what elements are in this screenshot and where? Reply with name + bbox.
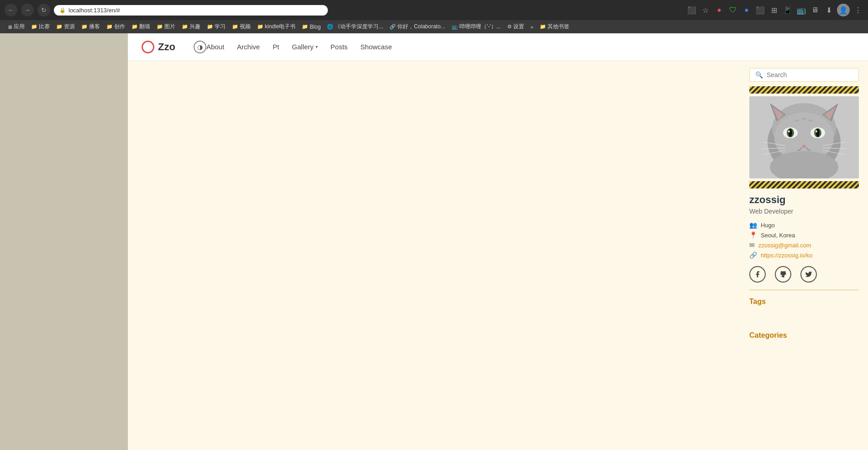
github-button[interactable] [775,266,791,283]
bookmark-study[interactable]: 📁 学习 [204,22,228,31]
bookmark-deeplearning[interactable]: 🌐 《动手学深度学习... [324,22,386,31]
categories-section-title: Categories [749,331,859,340]
bookmark-podcast[interactable]: 📁 播客 [79,22,103,31]
nav-pt[interactable]: Pt [273,43,279,51]
right-sidebar: 🔍 [740,61,868,450]
bookmark-label: 比赛 [39,23,50,31]
chevron-right-icon: » [531,24,533,30]
link-icon: 🔗 [389,24,396,30]
site-header: Zzo ◑ About Archive Pt Gallery ▾ Posts S… [128,33,868,61]
bookmark-label: 学习 [215,23,226,31]
green-phone-icon[interactable]: 📱 [782,5,793,16]
svg-point-13 [816,129,820,137]
address-bar[interactable]: 🔒 localhost:1313/en/# [54,5,328,16]
web-icon: 🌐 [327,24,333,30]
theme-toggle-button[interactable]: ◑ [194,41,206,53]
profile-job-title: Web Developer [749,208,859,215]
bookmark-video[interactable]: 📁 视频 [229,22,253,31]
bookmark-apps[interactable]: 🖥 应用 [5,22,27,31]
bookmark-label: 资源 [64,23,75,31]
nav-posts[interactable]: Posts [331,43,348,51]
download-icon[interactable]: ⬇ [823,5,834,16]
bookmark-blog[interactable]: 📁 Blog [299,23,323,31]
search-input[interactable] [767,71,853,78]
bookmark-settings[interactable]: ⚙ 设置 [505,22,527,31]
site-logo[interactable]: Zzo [142,41,175,53]
site-nav: About Archive Pt Gallery ▾ Posts Showcas… [206,43,854,51]
bookmark-interests[interactable]: 📁 兴趣 [179,22,203,31]
translate-icon[interactable]: ⬛ [686,5,697,16]
nav-showcase[interactable]: Showcase [360,43,392,51]
bookmark-label: 哔哩哔哩（'-'）... [459,23,501,31]
folder-icon: 📁 [81,24,88,30]
svg-point-12 [789,129,792,137]
bookmark-label: 应用 [14,23,25,31]
nav-gallery[interactable]: Gallery ▾ [292,43,318,51]
website-link[interactable]: https://zzossig.io/ko [761,252,812,259]
search-box[interactable]: 🔍 [749,68,859,82]
logo-ring-icon [142,41,154,53]
profile-location: 📍 Seoul, Korea [749,231,859,239]
bookmark-label: 翻墙 [139,23,150,31]
folder-icon: 📁 [106,24,113,30]
bookmark-label: 你好，Colaborato... [397,23,445,31]
grid-icon[interactable]: ⊞ [768,5,779,16]
bookmark-label: 视频 [240,23,251,31]
profile-avatar[interactable]: 👤 [837,4,850,16]
email-link[interactable]: zzossig@gmail.com [758,242,811,249]
bookmark-other[interactable]: 📁 其他书签 [537,22,572,31]
nav-about[interactable]: About [206,43,224,51]
bookmark-contest[interactable]: 📁 比赛 [28,22,53,31]
bookmark-more[interactable]: » [528,23,536,31]
bookmark-kindle[interactable]: 📁 kindle电子书 [254,22,298,31]
browser-actions: ⬛ ☆ ● 🛡 ● ⬛ ⊞ 📱 📺 🖥 ⬇ 👤 ⋮ [686,4,863,16]
tv-icon[interactable]: 📺 [796,5,807,16]
profile-username: zzossig [749,194,859,206]
bilibili-icon: 📺 [452,24,458,30]
shield-green-icon[interactable]: 🛡 [727,5,738,16]
bookmark-create[interactable]: 📁 创作 [104,22,128,31]
blue-circle-icon[interactable]: ● [741,5,752,16]
bookmark-star-icon[interactable]: ☆ [700,5,711,16]
menu-dots-icon[interactable]: ⋮ [852,5,863,16]
facebook-button[interactable] [749,266,766,283]
bookmark-photos[interactable]: 📁 图片 [154,22,178,31]
profile-website: 🔗 https://zzossig.io/ko [749,251,859,259]
platform-icon: 👥 [749,221,757,229]
green-dots-icon[interactable]: ⬛ [755,5,766,16]
nav-archive[interactable]: Archive [237,43,260,51]
folder-icon: 📁 [132,24,138,30]
close-circle-red[interactable]: ● [714,5,725,16]
forward-button[interactable]: → [21,4,34,16]
twitter-button[interactable] [800,266,817,283]
bookmark-bilibili[interactable]: 📺 哔哩哔哩（'-'）... [449,22,504,31]
page-layout: Zzo ◑ About Archive Pt Gallery ▾ Posts S… [0,33,868,450]
browser-chrome: ← → ↻ 🔒 localhost:1313/en/# ⬛ ☆ ● 🛡 ● ⬛ … [0,0,868,20]
folder-icon: 📁 [207,24,213,30]
bookmark-colaboratory[interactable]: 🔗 你好，Colaborato... [387,22,448,31]
left-area [0,33,128,450]
bookmark-label: 图片 [164,23,175,31]
bookmark-label: 其他书签 [547,23,569,31]
apps-icon: 🖥 [7,24,12,30]
main-content: Zzo ◑ About Archive Pt Gallery ▾ Posts S… [128,33,868,450]
svg-point-14 [788,131,790,132]
tags-section-title: Tags [749,298,859,306]
reload-button[interactable]: ↻ [37,4,50,16]
url-text: localhost:1313/en/# [68,7,120,14]
bookmark-vpn[interactable]: 📁 翻墙 [129,22,153,31]
monitor-icon[interactable]: 🖥 [810,5,821,16]
platform-text: Hugo [761,222,775,229]
location-icon: 📍 [749,231,757,239]
location-text: Seoul, Korea [761,232,795,239]
folder-icon: 📁 [31,24,37,30]
bookmark-label: 《动手学深度学习... [335,23,383,31]
folder-icon: 📁 [232,24,238,30]
profile-platform: 👥 Hugo [749,221,859,229]
settings-icon: ⚙ [507,24,512,30]
back-button[interactable]: ← [5,4,17,16]
social-icons [749,266,859,283]
folder-icon: 📁 [257,24,263,30]
bookmark-resources[interactable]: 📁 资源 [53,22,78,31]
cat-image [749,96,859,178]
